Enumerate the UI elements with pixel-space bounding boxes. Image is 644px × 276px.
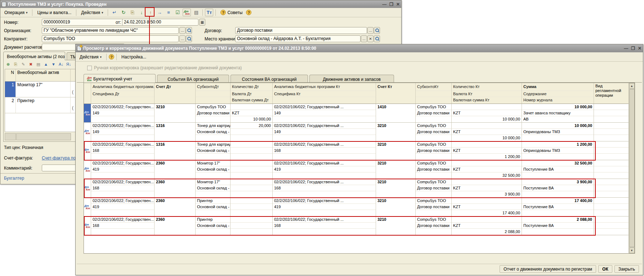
movement-row[interactable]: ДтКт02/2/202/106/022; Государствен...419… xyxy=(84,160,629,179)
ok-button[interactable]: ОК xyxy=(598,265,612,273)
end-edit-icon[interactable]: ▤ xyxy=(35,61,42,67)
responsible-text: Бухгалтер xyxy=(4,176,24,181)
add-row-icon[interactable]: ⊕ xyxy=(5,61,12,67)
col-kt-subconto[interactable]: СубконтоКт xyxy=(416,83,451,91)
copy-add-icon[interactable]: ⎘ xyxy=(128,9,137,16)
movements-actions-button[interactable]: Действия▾ xyxy=(77,53,104,61)
close-button[interactable]: Закрыть xyxy=(614,265,639,273)
scroll-down-icon[interactable]: ▼ xyxy=(629,247,635,253)
organization-search-icon[interactable] xyxy=(186,27,192,34)
dtkt-row-icon: ДтКт xyxy=(84,104,91,122)
col-kt-specifics[interactable]: Специфика Кт xyxy=(273,91,376,97)
actions-menu-button[interactable]: Действия▾ xyxy=(79,9,106,16)
prices-currency-button[interactable]: Цены и валюта... xyxy=(35,9,74,16)
cell-dt-account: 2360 xyxy=(155,179,196,197)
col-dt-qty[interactable]: Количество Дт xyxy=(231,83,272,91)
close-icon[interactable]: ✕ xyxy=(396,2,400,7)
col-dt-account[interactable]: Счет Дт xyxy=(155,83,195,91)
document-report-icon[interactable]: ▤ xyxy=(192,9,200,16)
chevron-down-icon: ▾ xyxy=(100,55,102,59)
col-kt-account[interactable]: Счет Кт xyxy=(376,83,415,91)
col-kt-qty[interactable]: Количество Кт xyxy=(452,83,522,91)
tab-noncurrent-assets[interactable]: Внеоборотные активы (2 поз.) xyxy=(3,52,65,60)
edit-row-icon[interactable]: ✎ xyxy=(20,61,27,67)
movement-row[interactable]: ДтКт02/2/202/106/022; Государствен...149… xyxy=(84,123,629,141)
minimize-icon[interactable]: — xyxy=(382,2,386,7)
close-icon[interactable]: ✕ xyxy=(638,46,641,51)
movements-window-titlebar[interactable]: Просмотр и корректировка движений докуме… xyxy=(76,44,643,52)
magnifier-icon xyxy=(375,36,379,41)
enter-on-basis-icon[interactable]: → xyxy=(155,9,164,16)
document-window-titlebar[interactable]: Поступление ТМЗ и услуг: Покупка. Провед… xyxy=(0,0,401,8)
manual-adjustment-checkbox[interactable] xyxy=(87,66,92,70)
contract-select-button[interactable]: ... xyxy=(367,27,374,34)
copy-row-icon[interactable]: ⎘ xyxy=(12,61,19,67)
number-input[interactable]: 00000000019 xyxy=(42,19,125,26)
movement-row[interactable]: ДтКт02/2/202/106/022; Государствен...149… xyxy=(84,104,629,123)
move-down-icon[interactable]: ▼ xyxy=(50,61,57,67)
tab-va-events[interactable]: События ВА организаций xyxy=(157,75,229,83)
tt-settings-button[interactable]: Тт xyxy=(205,9,213,16)
col-dt-currency[interactable]: Валюта Дт xyxy=(231,91,272,97)
col-dt-analytics[interactable]: Аналитика бюджетных программ... xyxy=(91,83,154,91)
movements-settings-button[interactable]: Настройка... xyxy=(119,53,149,61)
tab-va-states[interactable]: Состояния ВА организаций xyxy=(231,75,308,83)
dtkt-movements-button[interactable]: ДтКт xyxy=(183,9,191,16)
goto-icon[interactable]: ↵ xyxy=(110,9,118,16)
col-kt-analytics[interactable]: Аналитика бюджетных программ Кт xyxy=(273,83,376,91)
storage-search-icon[interactable] xyxy=(374,35,380,42)
calendar-icon[interactable]: ▦ xyxy=(199,19,205,26)
sort-desc-icon[interactable]: Я↓ xyxy=(65,61,72,67)
help-icon[interactable]: ? xyxy=(246,10,251,15)
contractor-input[interactable]: CompuSys ТОО xyxy=(42,35,179,42)
organization-input[interactable]: ГУ "Областное управление по ликвидации Ч… xyxy=(42,27,179,34)
movement-row[interactable]: ДтКт02/2/202/106/022; Государствен...168… xyxy=(84,179,629,198)
help-icon[interactable]: ? xyxy=(109,54,114,60)
selection-list-icon[interactable]: ☑ xyxy=(173,9,182,16)
tab-assets-movement[interactable]: Движение активов и запасов xyxy=(309,75,394,83)
dtkt-tab-icon: ДтКт xyxy=(87,76,92,82)
date-input[interactable]: 24.02.2013 8:50:00 xyxy=(122,19,198,26)
col-sum[interactable]: Сумма xyxy=(522,83,594,91)
col-kt-currency[interactable]: Валюта Кт xyxy=(452,91,522,97)
maximize-icon[interactable]: ❐ xyxy=(631,46,635,51)
tab-accounting[interactable]: ДтКт Бухгалтерский учет xyxy=(84,74,156,83)
movement-row[interactable]: ДтКт02/2/202/106/022; Государствен...168… xyxy=(84,216,629,235)
cell-dt-subconto: ПринтерОсновной склад - А... xyxy=(196,216,231,235)
list-icon[interactable]: ≡ xyxy=(164,9,173,16)
maximize-icon[interactable]: ❐ xyxy=(389,2,393,7)
operation-menu-button[interactable]: Операция▾ xyxy=(2,9,30,16)
col-dt-subconto[interactable]: СубконтоДт xyxy=(196,83,230,91)
unpost-document-icon[interactable]: ↑ xyxy=(146,9,155,16)
movement-row[interactable]: ДтКт02/2/202/106/022; Государствен...419… xyxy=(84,198,629,216)
col-content[interactable]: Содержание xyxy=(522,91,594,97)
contract-search-icon[interactable] xyxy=(374,27,380,34)
storage-input[interactable]: Основной склад - Айдарова А.Т. - Бухгалт… xyxy=(235,35,361,42)
post-document-icon[interactable]: ↓ xyxy=(137,9,146,16)
sort-asc-icon[interactable]: А↓ xyxy=(58,61,64,67)
movement-row[interactable]: ДтКт02/2/202/106/022; Государствен...168… xyxy=(84,141,629,160)
scroll-up-icon[interactable]: ▲ xyxy=(629,83,635,89)
advice-button[interactable]: ?Советы xyxy=(218,9,245,16)
vertical-scrollbar[interactable]: ▲ ▼ xyxy=(629,83,635,253)
col-journal[interactable]: Номер журнала xyxy=(522,97,594,103)
refresh-icon[interactable]: ↻ xyxy=(119,9,128,16)
contractor-select-button[interactable]: ... xyxy=(179,35,185,42)
contractor-search-icon[interactable] xyxy=(186,35,192,42)
minimize-icon[interactable]: — xyxy=(624,46,628,51)
cell-kt-subconto: CompuSys ТООДоговор поставки xyxy=(416,179,452,197)
storage-select-button[interactable]: ... xyxy=(361,35,367,42)
col-reg-operation[interactable]: Вид регламентной операции xyxy=(594,83,629,98)
invoice-link[interactable]: Счет-фактура полученный xyxy=(42,155,78,161)
organization-select-button[interactable]: ... xyxy=(179,27,185,34)
col-dt-specifics[interactable]: Специфика Дт xyxy=(91,91,154,97)
contract-input[interactable]: Договор поставки xyxy=(235,27,367,34)
col-kt-cur-amount[interactable]: Валютная сумма Кт xyxy=(452,97,522,103)
storage-clear-icon[interactable]: ✕ xyxy=(367,35,374,42)
registers-report-button[interactable]: Отчет о движениях документа по регистрам xyxy=(500,265,596,273)
move-up-icon[interactable]: ▲ xyxy=(43,61,49,67)
scrollbar-thumb[interactable] xyxy=(629,89,635,247)
col-dt-cur-amount[interactable]: Валютная сумма Дт xyxy=(231,97,272,103)
cell-kt-analytics: 02/2/202/106/022; Государственный ...168 xyxy=(273,179,376,197)
delete-row-icon[interactable]: ✖ xyxy=(27,61,34,67)
